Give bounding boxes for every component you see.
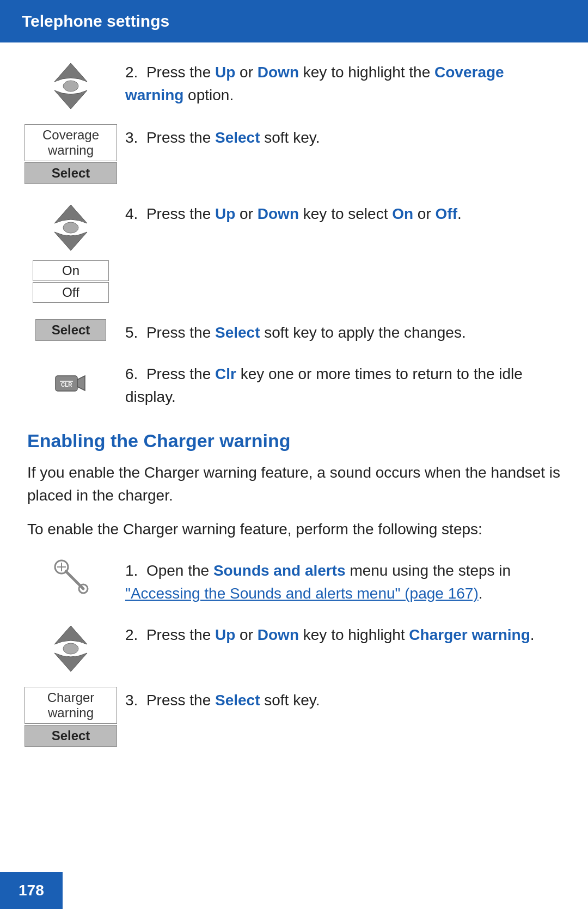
charger-warning-highlight: Charger warning bbox=[409, 626, 530, 643]
step-6-coverage: CLR 6. Press the Clr key one or more tim… bbox=[27, 361, 561, 408]
svg-marker-3 bbox=[77, 376, 85, 391]
step-5-coverage: Select 5. Press the Select soft key to a… bbox=[27, 319, 561, 344]
nav-icon-col-1 bbox=[27, 59, 114, 113]
step-3-coverage: Coverage warning Select 3. Press the Sel… bbox=[27, 124, 561, 184]
select-key-label-3: Select bbox=[215, 692, 260, 709]
charger-step-2-text: 2. Press the Up or Down key to highlight… bbox=[125, 621, 561, 646]
up-key-label-3: Up bbox=[215, 626, 235, 643]
empty-step4-text bbox=[125, 260, 561, 263]
coverage-menu-col: Coverage warning Select bbox=[27, 124, 114, 184]
off-option-display: Off bbox=[33, 282, 109, 303]
step-num-5: 5. bbox=[125, 324, 146, 341]
clr-key-label: Clr bbox=[215, 365, 236, 382]
coverage-warning-display: Coverage warning bbox=[24, 124, 117, 161]
charger-step-1-text: 1. Open the Sounds and alerts menu using… bbox=[125, 557, 561, 605]
charger-step-2: 2. Press the Up or Down key to highlight… bbox=[27, 621, 561, 676]
select-key-label-1: Select bbox=[215, 129, 260, 146]
header-title: Telephone settings bbox=[22, 12, 169, 30]
charger-step-num-3: 3. bbox=[125, 692, 146, 709]
main-content: 2. Press the Up or Down key to highlight… bbox=[0, 42, 588, 790]
step-6-text: 6. Press the Clr key one or more times t… bbox=[125, 361, 561, 408]
select-button-apply[interactable]: Select bbox=[35, 319, 106, 341]
step-4-coverage: 4. Press the Up or Down key to select On… bbox=[27, 200, 561, 255]
step-num-2: 2. bbox=[125, 64, 146, 81]
charger-warning-display: Charger warning bbox=[24, 687, 117, 724]
down-key-label-1: Down bbox=[258, 64, 299, 81]
charger-step-num-1: 1. bbox=[125, 562, 146, 579]
step-num-4: 4. bbox=[125, 205, 146, 222]
nav-up-down-icon-1 bbox=[41, 59, 101, 113]
on-off-options-col: On Off bbox=[27, 260, 114, 303]
nav-up-down-icon-2 bbox=[41, 200, 101, 255]
off-option-label: Off bbox=[436, 205, 457, 222]
clr-icon-col: CLR bbox=[27, 361, 114, 400]
charger-intro-2: To enable the Charger warning feature, p… bbox=[27, 518, 561, 541]
charger-step-3-text: 3. Press the Select soft key. bbox=[125, 687, 561, 712]
select-key-label-2: Select bbox=[215, 324, 260, 341]
charger-step-3: Charger warning Select 3. Press the Sele… bbox=[27, 687, 561, 747]
charger-warning-heading: Enabling the Charger warning bbox=[27, 430, 561, 452]
on-option-display: On bbox=[33, 260, 109, 281]
on-option-label: On bbox=[392, 205, 413, 222]
wrench-icon-col bbox=[27, 557, 114, 595]
step-2-text: 2. Press the Up or Down key to highlight… bbox=[125, 59, 561, 107]
select-only-col: Select bbox=[27, 319, 114, 341]
nav-icon-col-2 bbox=[27, 200, 114, 255]
page-number: 178 bbox=[0, 872, 63, 909]
charger-step-1: 1. Open the Sounds and alerts menu using… bbox=[27, 557, 561, 605]
wrench-key-icon bbox=[52, 557, 90, 595]
svg-point-0 bbox=[63, 81, 78, 91]
charger-menu-col: Charger warning Select bbox=[27, 687, 114, 747]
sounds-alerts-label: Sounds and alerts bbox=[213, 562, 346, 579]
coverage-warning-label: Coverage warning bbox=[125, 64, 504, 103]
svg-text:CLR: CLR bbox=[61, 382, 72, 388]
clr-key-icon: CLR bbox=[51, 361, 90, 400]
nav-up-down-icon-3 bbox=[41, 621, 101, 676]
down-key-label-3: Down bbox=[258, 626, 299, 643]
select-button-coverage[interactable]: Select bbox=[24, 162, 117, 184]
step-3-text: 3. Press the Select soft key. bbox=[125, 124, 561, 149]
nav-icon-col-3 bbox=[27, 621, 114, 676]
svg-point-1 bbox=[63, 222, 78, 233]
up-key-label-1: Up bbox=[215, 64, 235, 81]
sounds-alerts-link[interactable]: "Accessing the Sounds and alerts menu" (… bbox=[125, 585, 479, 602]
step-num-3: 3. bbox=[125, 129, 146, 146]
down-key-label-2: Down bbox=[258, 205, 299, 222]
charger-step-num-2: 2. bbox=[125, 626, 146, 643]
step-2-coverage: 2. Press the Up or Down key to highlight… bbox=[27, 59, 561, 113]
page-header: Telephone settings bbox=[0, 0, 588, 42]
on-off-options-row: On Off bbox=[27, 260, 561, 303]
select-button-charger[interactable]: Select bbox=[24, 725, 117, 747]
step-4-text: 4. Press the Up or Down key to select On… bbox=[125, 200, 561, 225]
step-5-text: 5. Press the Select soft key to apply th… bbox=[125, 319, 561, 344]
svg-point-11 bbox=[63, 643, 78, 654]
charger-intro-1: If you enable the Charger warning featur… bbox=[27, 461, 561, 507]
up-key-label-2: Up bbox=[215, 205, 235, 222]
step-num-6: 6. bbox=[125, 365, 146, 382]
